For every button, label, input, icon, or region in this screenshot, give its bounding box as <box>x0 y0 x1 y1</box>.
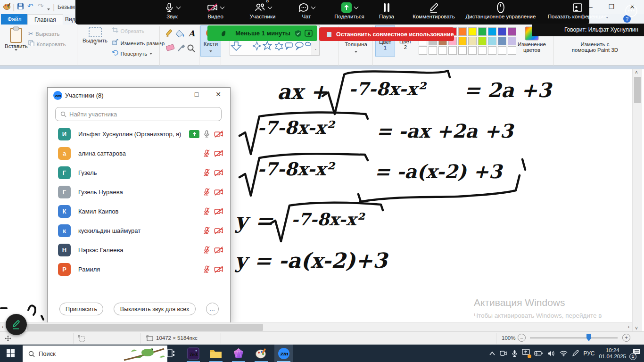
mic-off-icon[interactable] <box>203 168 211 177</box>
color-swatch[interactable] <box>498 46 506 55</box>
volume-tray-icon[interactable] <box>547 350 555 357</box>
camera-off-icon[interactable] <box>214 149 223 157</box>
audio-options-icon[interactable] <box>176 5 181 9</box>
color-swatch[interactable] <box>508 27 516 36</box>
zoom-in-button[interactable]: + <box>622 334 630 342</box>
camera-off-icon[interactable] <box>214 169 223 177</box>
search-input[interactable]: Найти участника <box>55 107 222 121</box>
video-options-icon[interactable] <box>220 5 225 9</box>
color-swatch[interactable] <box>468 37 477 45</box>
text-tool-icon[interactable]: A <box>188 29 195 38</box>
color-swatch[interactable] <box>488 46 496 55</box>
color-swatch[interactable] <box>458 46 467 55</box>
share-options-icon[interactable] <box>354 5 359 9</box>
chat-button[interactable]: Чат <box>293 1 320 19</box>
undo-icon[interactable]: ↶ <box>27 2 33 10</box>
more-options-button[interactable]: … <box>206 303 219 315</box>
horizontal-scroll-thumb[interactable] <box>27 324 263 331</box>
toolbar-more-button[interactable] <box>624 4 638 20</box>
color-swatch[interactable] <box>448 46 457 55</box>
participant-row[interactable]: ккускильдин шаймурат <box>53 221 224 240</box>
edit-colors-button[interactable]: Изменение цветов <box>513 41 551 53</box>
participant-row[interactable]: ННэркэс Галеева <box>53 240 224 259</box>
camera-off-icon[interactable] <box>214 130 223 138</box>
remote-control-button[interactable]: Дистанционное управление <box>463 1 538 19</box>
pencil-tool-icon[interactable] <box>166 29 172 37</box>
participant-row[interactable]: ККамил Каипов <box>53 202 224 221</box>
video-button[interactable]: Видео <box>199 1 232 19</box>
save-icon[interactable] <box>17 3 24 10</box>
wifi-tray-icon[interactable] <box>560 350 568 356</box>
rotate-button[interactable]: Повернуть <box>112 49 152 58</box>
taskbar-search[interactable]: Поиск <box>23 346 167 362</box>
taskbar-app-gem[interactable] <box>229 345 248 362</box>
participant-row[interactable]: РРамиля <box>53 260 224 279</box>
camera-off-icon[interactable] <box>214 265 223 273</box>
notification-center-icon[interactable]: 1 <box>632 348 641 358</box>
color-swatch[interactable] <box>478 27 487 36</box>
color-swatch[interactable] <box>468 46 477 55</box>
copy-button[interactable]: Копировать <box>28 40 66 48</box>
camera-off-icon[interactable] <box>214 246 223 254</box>
color-swatch[interactable] <box>498 27 506 36</box>
panel-close-button[interactable]: ✕ <box>214 90 223 98</box>
color-swatch[interactable] <box>478 37 487 45</box>
pause-share-button[interactable]: Пауза <box>372 1 401 19</box>
mic-off-icon[interactable] <box>203 226 211 235</box>
color-swatch[interactable] <box>458 27 467 36</box>
zoom-out-button[interactable]: – <box>518 334 526 342</box>
mic-off-icon[interactable] <box>203 207 211 215</box>
microphone-tray-icon[interactable] <box>512 350 518 357</box>
mic-off-icon[interactable] <box>203 188 211 196</box>
share-screen-button[interactable]: Поделиться <box>329 1 370 19</box>
horizontal-scrollbar[interactable]: ‹ › <box>0 322 632 332</box>
resize-button[interactable]: Изменить размер <box>112 39 165 47</box>
mic-icon[interactable] <box>203 130 211 138</box>
color-swatch[interactable] <box>419 46 427 55</box>
panel-minimize-button[interactable]: — <box>171 90 181 98</box>
color-swatch[interactable] <box>458 37 467 45</box>
vertical-scroll-thumb[interactable] <box>634 77 641 103</box>
scroll-down-icon[interactable]: ˅ <box>635 326 638 331</box>
camera-off-icon[interactable] <box>214 207 223 215</box>
cut-button[interactable]: ✂ Вырезать <box>28 29 60 38</box>
tab-home[interactable]: Главная <box>27 14 63 25</box>
chat-options-icon[interactable] <box>311 5 316 9</box>
camera-off-icon[interactable] <box>214 227 223 235</box>
eyedropper-tool-icon[interactable] <box>178 45 184 51</box>
taskbar-app-paint[interactable] <box>252 345 271 362</box>
mic-off-icon[interactable] <box>203 149 211 157</box>
battery-tray-icon[interactable] <box>534 350 543 356</box>
zoom-slider-thumb[interactable] <box>586 334 591 341</box>
tab-file[interactable]: Файл <box>1 14 28 25</box>
clock[interactable]: 10:24 01.04.2025 <box>599 347 626 360</box>
redo-icon[interactable]: ↷ <box>38 2 44 10</box>
color-swatch[interactable] <box>468 27 477 36</box>
color-swatch[interactable] <box>478 46 487 55</box>
color-swatch[interactable] <box>498 37 506 45</box>
fill-tool-icon[interactable] <box>176 30 184 37</box>
payment-icon[interactable]: $ <box>305 30 313 37</box>
participant-row[interactable]: ИИльфат Хуснуллин (Организатор, я) <box>53 124 224 143</box>
color-swatch[interactable] <box>438 46 447 55</box>
camera-off-icon[interactable] <box>214 188 223 196</box>
scroll-left-icon[interactable]: ‹ <box>2 324 3 329</box>
paste-button[interactable]: Вставить <box>5 26 28 51</box>
start-button[interactable] <box>1 345 20 362</box>
mic-off-icon[interactable] <box>203 246 211 254</box>
audio-button[interactable]: Звук <box>156 1 189 19</box>
quick-access-dropdown-icon[interactable] <box>47 5 50 13</box>
mute-all-button[interactable]: Выключить звук для всех <box>114 303 196 315</box>
crop-button[interactable]: Обрезать <box>112 26 144 35</box>
scroll-up-icon[interactable]: ˄ <box>635 70 638 75</box>
annotation-tools-button[interactable] <box>6 314 27 335</box>
security-shield-icon[interactable] <box>295 30 302 37</box>
participant-row[interactable]: аалина саттарова <box>53 144 224 163</box>
scroll-right-icon[interactable]: › <box>628 324 629 329</box>
panel-maximize-button[interactable]: □ <box>192 90 201 98</box>
select-button[interactable]: Выделить <box>83 26 107 45</box>
taskbar-app-tex[interactable]: TeX <box>184 345 203 362</box>
taskbar-app-zoom[interactable]: zm <box>274 345 293 362</box>
annotate-button[interactable]: Комментировать <box>405 1 462 19</box>
pen-tray-icon[interactable] <box>572 350 579 357</box>
